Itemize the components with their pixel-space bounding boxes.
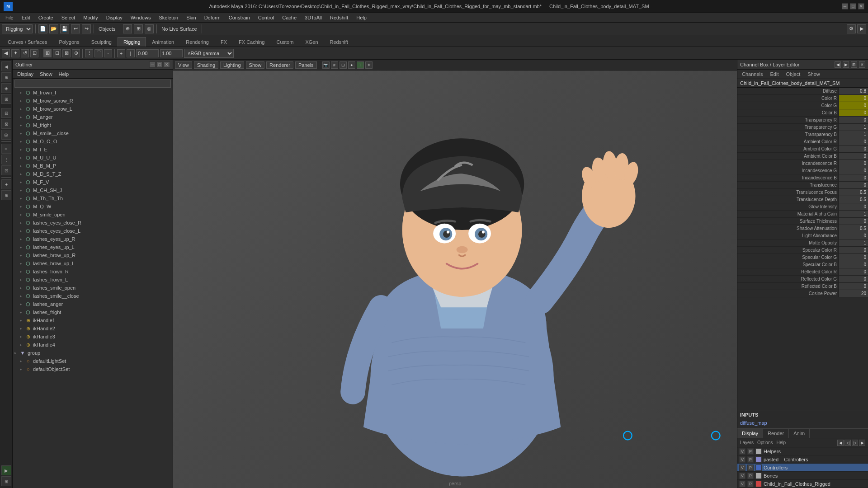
channel-value[interactable]: 0 (839, 174, 868, 181)
sidebar-tool10[interactable]: ✦ (1, 179, 11, 189)
viewport-panels-menu[interactable]: Panels (295, 61, 317, 69)
channel-value[interactable]: 0 (839, 283, 868, 290)
vp-light-btn[interactable]: ☀ (365, 61, 373, 69)
menu-help[interactable]: Help (353, 14, 370, 21)
layer-opt-help[interactable]: Help (776, 440, 786, 445)
outliner-item[interactable]: ▸⬡lashes_eyes_up_L (13, 243, 173, 251)
menu-control[interactable]: Control (255, 14, 278, 21)
channel-value[interactable]: 0.8 (839, 88, 868, 94)
vp-textured-btn[interactable]: T (357, 61, 364, 69)
channel-row[interactable]: Color R0 (737, 95, 868, 102)
layer-tab-anim[interactable]: Anim (789, 429, 810, 438)
sidebar-tool9[interactable]: ⊡ (1, 165, 11, 175)
channel-value[interactable]: 0 (839, 167, 868, 174)
render-button[interactable]: ▶ (857, 24, 866, 33)
cb-expand2-btn[interactable]: ▶ (843, 61, 849, 68)
channel-row[interactable]: Transparency R0 (737, 117, 868, 124)
cb-float-btn[interactable]: ⊞ (851, 61, 857, 68)
outliner-item[interactable]: ▸⬡lashes_eyes_close_L (13, 227, 173, 235)
close-button[interactable]: ✕ (858, 3, 864, 9)
outliner-item[interactable]: ▸⬡lashes_brow_up_L (13, 259, 173, 267)
layer-p-btn[interactable]: P (747, 481, 754, 487)
outliner-search-input[interactable] (14, 80, 171, 88)
outliner-item[interactable]: ▸⬡M_frown_l (13, 89, 173, 97)
viewport-content[interactable]: persp (173, 70, 737, 488)
snap-curve-btn[interactable]: ⌒ (94, 49, 103, 57)
tab-rendering[interactable]: Rendering (180, 37, 215, 47)
coord-y-input[interactable]: 1.00 (160, 49, 183, 57)
channel-value[interactable]: 1 (839, 211, 868, 217)
viewport-renderer-menu[interactable]: Renderer (266, 61, 293, 69)
tab-rigging[interactable]: Rigging (118, 37, 146, 47)
layer-p-btn[interactable]: P (747, 465, 754, 471)
layer-v-btn[interactable]: V (739, 481, 745, 487)
layer-v-btn[interactable]: V (739, 465, 745, 471)
channel-row[interactable]: Transparency G1 (737, 124, 868, 131)
menu-constrain[interactable]: Constrain (225, 14, 254, 21)
layer-next-btn[interactable]: ▷ (852, 440, 858, 446)
layer-p-btn[interactable]: P (747, 456, 754, 463)
viewport[interactable]: View Shading Lighting Show Renderer Pane… (173, 60, 737, 488)
channel-row[interactable]: Material Alpha Gain1 (737, 211, 868, 218)
cb-close-btn[interactable]: ✕ (859, 61, 865, 68)
color-space-selector[interactable]: sRGB gamma (184, 49, 234, 58)
outliner-item[interactable]: ▸⬡M_smile_open (13, 211, 173, 219)
scale-btn[interactable]: ⊡ (30, 49, 38, 57)
channel-row[interactable]: Reflected Color G0 (737, 276, 868, 283)
sidebar-tool11[interactable]: ⊕ (1, 190, 11, 200)
outliner-item[interactable]: ▸⬡lashes_fright (13, 308, 173, 316)
vp-grid-btn[interactable]: # (331, 61, 338, 69)
tab-animation[interactable]: Animation (146, 37, 180, 47)
tab-polygons[interactable]: Polygons (53, 37, 85, 47)
channel-row[interactable]: Incandescence B0 (737, 174, 868, 182)
channel-row[interactable]: Specular Color G0 (737, 254, 868, 261)
channel-value[interactable]: 0 (839, 247, 868, 253)
outliner-item[interactable]: ▸⬡M_O_O_O (13, 137, 173, 145)
menu-display[interactable]: Display (103, 14, 126, 21)
input-diffuse-map[interactable]: diffuse_map (740, 419, 865, 427)
menu-3dtoall[interactable]: 3DToAll (301, 14, 326, 21)
layer-prev-btn[interactable]: ◀ (837, 440, 844, 446)
channel-row[interactable]: Reflected Color R0 (737, 268, 868, 276)
outliner-item[interactable]: ▸⬡lashes_eyes_close_R (13, 219, 173, 227)
menu-create[interactable]: Create (35, 14, 57, 21)
channel-value[interactable]: 0 (839, 109, 868, 116)
channel-value[interactable]: 1 (839, 131, 868, 138)
channel-row[interactable]: Specular Color B0 (737, 261, 868, 268)
channel-value[interactable]: 0 (839, 95, 868, 102)
tab-fx-caching[interactable]: FX Caching (233, 37, 270, 47)
outliner-item[interactable]: ▸⬡M_CH_SH_J (13, 186, 173, 194)
sidebar-tool1[interactable]: ⊕ (1, 72, 11, 82)
layer-row[interactable]: V P pasted__Controllers (737, 455, 868, 464)
channel-value[interactable]: 0 (839, 276, 868, 282)
outliner-item[interactable]: ▸⬡M_brow_sorow_L (13, 105, 173, 113)
vp-wireframe-btn[interactable]: ⊡ (340, 61, 347, 69)
channel-value[interactable]: 0 (839, 138, 868, 145)
layer-p-btn[interactable]: P (747, 473, 754, 479)
ik-btn[interactable]: ⊟ (53, 49, 61, 57)
outliner-item[interactable]: ▸○defaultLightSet (13, 357, 173, 365)
cb-tab-edit[interactable]: Edit (768, 70, 780, 78)
outliner-item[interactable]: ▸○defaultObjectSet (13, 365, 173, 373)
layer-next2-btn[interactable]: ▶ (859, 440, 865, 446)
sidebar-tool4[interactable]: ⊟ (1, 108, 11, 118)
layer-row[interactable]: V P Child_in_Fall_Clothes_Rigged (737, 480, 868, 488)
channel-value[interactable]: 0.5 (839, 225, 868, 232)
sidebar-tool8[interactable]: ⋮ (1, 155, 11, 164)
channel-row[interactable]: Reflected Color B0 (737, 283, 868, 290)
lasso-tool[interactable]: ⊞ (134, 24, 143, 33)
mode-selector[interactable]: Rigging (2, 24, 33, 33)
channel-value[interactable]: 0 (839, 160, 868, 167)
channel-row[interactable]: Ambient Color B0 (737, 153, 868, 160)
tab-xgen[interactable]: XGen (299, 37, 324, 47)
channel-value[interactable]: 0 (839, 182, 868, 188)
menu-redshift[interactable]: Redshift (326, 14, 352, 21)
channel-value[interactable]: 0 (839, 117, 868, 123)
channel-value[interactable]: 1 (839, 239, 868, 246)
layer-opt-layers[interactable]: Layers (740, 440, 754, 445)
channel-row[interactable]: Shadow Attenuation0.5 (737, 225, 868, 232)
layer-row[interactable]: V P Controllers (737, 464, 868, 472)
outliner-item[interactable]: ▸⬡lashes_frown_R (13, 267, 173, 276)
new-file-button[interactable]: 📄 (38, 24, 47, 33)
render-settings-button[interactable]: ⚙ (847, 24, 856, 33)
